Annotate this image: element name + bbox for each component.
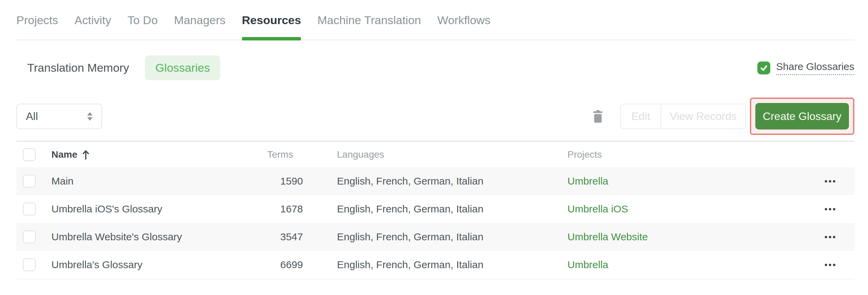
row-menu-button[interactable] — [823, 206, 837, 212]
share-glossaries-label[interactable]: Share Glossaries — [776, 61, 854, 75]
project-link[interactable]: Umbrella iOS — [567, 203, 628, 214]
create-glossary-highlight: Create Glossary — [750, 98, 854, 135]
tab-resources[interactable]: Resources — [242, 0, 301, 39]
glossary-filter-value: All — [26, 110, 38, 123]
table-row: Umbrella's Glossary 6699 English, French… — [16, 251, 854, 279]
main-nav: Projects Activity To Do Managers Resourc… — [16, 0, 854, 40]
glossary-languages: English, French, German, Italian — [303, 203, 551, 215]
share-glossaries-toggle[interactable]: Share Glossaries — [757, 61, 854, 75]
glossaries-toolbar: All Edit View Records Crea — [16, 98, 854, 135]
toolbar-actions: Edit View Records Create Glossary — [593, 98, 854, 135]
tab-projects[interactable]: Projects — [16, 0, 58, 39]
up-down-caret-icon — [87, 112, 93, 121]
tab-machine-translation[interactable]: Machine Translation — [317, 0, 421, 39]
row-checkbox[interactable] — [23, 175, 36, 188]
column-header-languages: Languages — [303, 149, 551, 160]
glossary-filter-dropdown[interactable]: All — [16, 104, 102, 129]
glossary-terms-count: 1590 — [251, 175, 303, 187]
row-menu-button[interactable] — [823, 262, 837, 268]
glossary-terms-count: 3547 — [251, 231, 303, 243]
subtab-glossaries[interactable]: Glossaries — [145, 55, 220, 80]
project-link[interactable]: Umbrella — [567, 259, 608, 270]
tab-workflows[interactable]: Workflows — [437, 0, 491, 39]
glossary-languages: English, French, German, Italian — [303, 259, 551, 271]
row-checkbox[interactable] — [23, 230, 36, 243]
table-row: Umbrella iOS's Glossary 1678 English, Fr… — [16, 195, 854, 223]
trash-icon — [593, 110, 602, 123]
column-header-name[interactable]: Name — [51, 149, 251, 160]
glossary-terms-count: 1678 — [251, 203, 303, 215]
column-header-terms: Terms — [251, 149, 303, 160]
project-link[interactable]: Umbrella Website — [567, 231, 648, 242]
glossaries-page: Projects Activity To Do Managers Resourc… — [0, 0, 868, 295]
selection-actions-group: Edit View Records — [620, 104, 746, 129]
edit-button[interactable]: Edit — [621, 104, 661, 128]
table-row: Main 1590 English, French, German, Itali… — [16, 167, 854, 195]
create-glossary-button[interactable]: Create Glossary — [755, 103, 849, 129]
header-checkbox-cell — [16, 148, 51, 161]
column-header-projects: Projects — [551, 149, 797, 160]
glossaries-table: Name Terms Languages Projects Main 1590 … — [16, 142, 854, 279]
row-checkbox[interactable] — [23, 203, 36, 215]
glossary-name: Umbrella Website's Glossary — [51, 231, 251, 243]
table-header-row: Name Terms Languages Projects — [16, 142, 854, 167]
glossary-languages: English, French, German, Italian — [303, 231, 551, 243]
subtab-translation-memory[interactable]: Translation Memory — [16, 55, 140, 80]
share-glossaries-checkbox[interactable] — [757, 62, 770, 74]
view-records-button[interactable]: View Records — [661, 104, 745, 128]
tab-managers[interactable]: Managers — [174, 0, 225, 39]
table-row: Umbrella Website's Glossary 3547 English… — [16, 223, 854, 251]
glossary-terms-count: 6699 — [251, 259, 303, 271]
select-all-checkbox[interactable] — [23, 148, 36, 161]
resources-subnav: Translation Memory Glossaries Share Glos… — [16, 55, 854, 80]
checkmark-icon — [759, 63, 769, 73]
row-checkbox[interactable] — [23, 258, 36, 271]
tab-todo[interactable]: To Do — [128, 0, 158, 39]
project-link[interactable]: Umbrella — [567, 175, 608, 187]
glossary-name: Umbrella's Glossary — [51, 259, 251, 271]
delete-glossary-button[interactable] — [593, 110, 602, 123]
glossary-name: Umbrella iOS's Glossary — [51, 203, 251, 215]
row-menu-button[interactable] — [823, 178, 837, 185]
row-menu-button[interactable] — [823, 234, 837, 240]
tab-activity[interactable]: Activity — [75, 0, 111, 39]
arrow-up-icon — [82, 149, 90, 160]
name-header-label: Name — [51, 149, 77, 160]
glossary-name: Main — [51, 175, 251, 187]
glossary-languages: English, French, German, Italian — [303, 175, 551, 187]
